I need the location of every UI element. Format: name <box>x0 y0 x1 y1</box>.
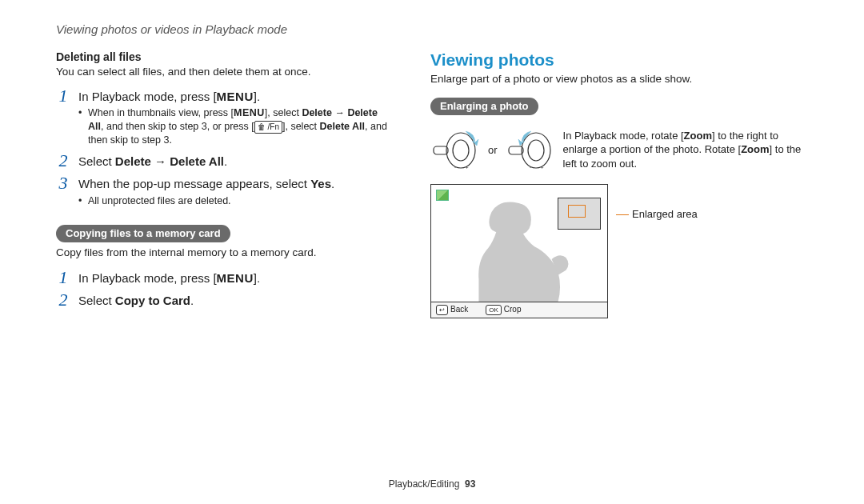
step-number: 1 <box>56 87 70 147</box>
step-number: 2 <box>56 152 70 170</box>
step-text: Select <box>78 154 115 168</box>
detail-text: ], select <box>265 107 302 118</box>
manual-page: Viewing photos or videos in Playback mod… <box>0 0 864 504</box>
copy-step-1: 1 In Playback mode, press [MENU]. <box>56 269 392 286</box>
crop-indicator: OKCrop <box>486 305 521 315</box>
or-label: or <box>488 144 498 156</box>
copying-intro: Copy files from the internal memory to a… <box>56 246 392 260</box>
two-column-layout: Deleting all files You can select all fi… <box>56 50 808 318</box>
bold-text: Yes <box>310 177 331 190</box>
svg-rect-2 <box>434 146 448 154</box>
step-detail: All unprotected files are deleted. <box>78 194 334 208</box>
step-text: Select <box>78 294 115 307</box>
copying-steps: 1 In Playback mode, press [MENU]. 2 Sele… <box>56 269 392 310</box>
step-detail: When in thumbnails view, press [MENU], s… <box>78 106 392 147</box>
step-text: ]. <box>254 90 260 103</box>
enlarged-area-label: Enlarged area <box>616 208 698 220</box>
right-column: Viewing photos Enlarge part of a photo o… <box>430 50 808 318</box>
svg-text:+: + <box>541 165 544 170</box>
detail-text: When in thumbnails view, press [ <box>88 107 234 118</box>
detail-text: ], select <box>282 121 320 132</box>
detail-text: , and then skip to step 3, or press [ <box>101 121 254 132</box>
screen-footer-bar: ↩Back OKCrop <box>431 302 607 318</box>
svg-point-5 <box>522 133 550 168</box>
footer-section: Playback/Editing <box>389 478 460 490</box>
zoom-dial-left-icon: - + <box>506 126 555 173</box>
arrow-icon: → <box>151 154 170 168</box>
step-number: 2 <box>56 291 70 309</box>
ok-key-icon: OK <box>486 305 502 315</box>
crop-label: Crop <box>504 305 522 314</box>
bold-text: Copy to Card <box>115 294 190 307</box>
callout-line-icon <box>616 214 629 215</box>
delete-step-3: 3 When the pop-up message appears, selec… <box>56 174 392 207</box>
back-label: Back <box>450 305 468 314</box>
delete-step-1: 1 In Playback mode, press [MENU]. When i… <box>56 87 392 147</box>
step-text: ]. <box>254 271 260 285</box>
page-number: 93 <box>465 478 475 490</box>
copying-files-pill: Copying files to a memory card <box>56 225 230 242</box>
enlarged-area-highlight <box>568 205 586 218</box>
step-number: 1 <box>56 269 70 286</box>
label-text: Enlarged area <box>632 208 698 220</box>
svg-point-0 <box>446 133 475 168</box>
step-text: When the pop-up message appears, select <box>78 177 310 190</box>
step-text: In Playback mode, press [ <box>78 90 217 103</box>
svg-text:-: - <box>530 165 531 170</box>
viewing-photos-intro: Enlarge part of a photo or view photos a… <box>430 73 808 85</box>
instr-text: In Playback mode, rotate [ <box>563 130 684 142</box>
zoom-instruction-text: In Playback mode, rotate [Zoom] to the r… <box>563 129 808 171</box>
deleting-all-files-intro: You can select all files, and then delet… <box>56 65 392 79</box>
deleting-all-files-heading: Deleting all files <box>56 50 392 63</box>
page-footer: Playback/Editing 93 <box>0 478 864 490</box>
bold-text: Zoom <box>684 130 712 142</box>
svg-rect-7 <box>509 146 523 154</box>
step-text: . <box>331 177 334 190</box>
delete-step-2: 2 Select Delete → Delete All. <box>56 152 392 170</box>
zoom-instruction-row: - + or - + I <box>430 126 808 173</box>
enlarged-area-inset <box>558 198 601 230</box>
camera-screen-preview: ↩Back OKCrop <box>430 184 608 318</box>
back-key-icon: ↩ <box>436 305 448 315</box>
menu-label: MENU <box>217 90 254 103</box>
svg-point-6 <box>528 140 544 161</box>
left-column: Deleting all files You can select all fi… <box>56 50 392 318</box>
step-text: . <box>224 154 227 168</box>
bold-text: Zoom <box>741 143 769 155</box>
preview-area: ↩Back OKCrop Enlarged area <box>430 184 808 318</box>
deleting-steps: 1 In Playback mode, press [MENU]. When i… <box>56 87 392 207</box>
step-number: 3 <box>56 174 70 207</box>
viewing-photos-title: Viewing photos <box>430 50 808 70</box>
svg-point-1 <box>453 140 469 161</box>
bold-text: Delete <box>115 154 151 168</box>
back-indicator: ↩Back <box>436 305 468 315</box>
thumbnail-icon <box>436 190 449 201</box>
enlarging-photo-pill: Enlarging a photo <box>430 98 538 115</box>
bold-text: Delete All <box>170 154 224 168</box>
zoom-dial-right-icon: - + <box>430 126 480 173</box>
trash-fn-key-icon: 🗑 /Fn <box>254 121 282 134</box>
arrow-icon: → <box>332 107 347 118</box>
svg-text:+: + <box>466 165 469 170</box>
copy-step-2: 2 Select Copy to Card. <box>56 291 392 309</box>
svg-text:-: - <box>454 165 456 170</box>
bold-text: Delete All <box>320 121 366 132</box>
step-text: . <box>190 294 194 307</box>
page-header: Viewing photos or videos in Playback mod… <box>56 22 808 36</box>
step-text: In Playback mode, press [ <box>78 271 217 285</box>
menu-label: MENU <box>234 107 265 118</box>
bold-text: Delete <box>302 107 332 118</box>
menu-label: MENU <box>217 271 254 285</box>
